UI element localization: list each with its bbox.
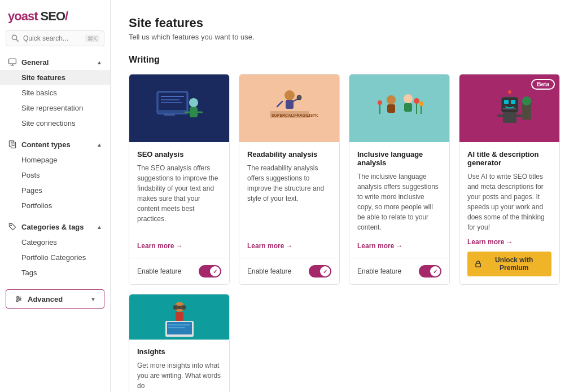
card-seo-image <box>129 74 229 142</box>
nav-item-site-representation[interactable]: Site representation <box>0 100 110 116</box>
nav-item-homepage[interactable]: Homepage <box>0 152 110 168</box>
svg-rect-57 <box>173 306 186 309</box>
chevron-down-advanced-icon: ▼ <box>90 296 96 302</box>
svg-point-48 <box>508 90 511 94</box>
sidebar: yoast SEO/ ⌘K General ▲ Site features Si… <box>0 0 111 392</box>
card-ai-desc: Use AI to write SEO titles and meta desc… <box>467 171 551 232</box>
svg-rect-61 <box>167 322 192 334</box>
card-inclusive-image <box>349 74 449 142</box>
logo-area: yoast SEO/ <box>0 0 110 30</box>
ai-illustration <box>481 83 538 134</box>
svg-rect-54 <box>476 263 481 267</box>
nav-content-types-header[interactable]: Content types ▲ <box>0 135 110 152</box>
nav-item-pages[interactable]: Pages <box>0 183 110 198</box>
nav-general-header-left: General <box>8 58 49 67</box>
card-insights: Insights Get more insights into what you… <box>129 294 230 392</box>
document-icon <box>8 140 17 149</box>
nav-advanced-title: Advanced <box>28 295 63 303</box>
card-readability-image: SUPERCALIFRAGILISTIC <box>239 74 339 142</box>
card-readability-learn-more[interactable]: Learn more → <box>247 242 331 250</box>
writing-cards-grid: SEO analysis The SEO analysis offers sug… <box>129 74 560 285</box>
card-insights-image <box>129 294 229 340</box>
search-box[interactable]: ⌘K <box>6 30 104 46</box>
nav-general-header[interactable]: General ▲ <box>0 53 110 70</box>
card-inclusive-learn-more[interactable]: Learn more → <box>357 242 441 250</box>
nav-item-posts[interactable]: Posts <box>0 168 110 183</box>
nav-advanced-section[interactable]: Advanced ▼ <box>6 289 104 309</box>
second-row-cards: Insights Get more insights into what you… <box>129 294 560 392</box>
svg-rect-44 <box>504 100 509 104</box>
search-icon <box>11 34 20 43</box>
nav-categories-header[interactable]: Categories & tags ▲ <box>0 218 110 235</box>
search-input[interactable] <box>23 34 82 42</box>
nav-item-portfolio-categories[interactable]: Portfolio Categories <box>0 250 110 265</box>
monitor-icon <box>8 58 17 67</box>
svg-point-35 <box>404 94 413 103</box>
yoast-text: yoast <box>8 9 37 23</box>
nav-item-tags[interactable]: Tags <box>0 265 110 280</box>
check-icon-2: ✓ <box>323 268 327 275</box>
nav-general-items: Site features Site basics Site represent… <box>0 70 110 133</box>
nav-item-site-features[interactable]: Site features <box>0 70 110 85</box>
nav-item-portfolios[interactable]: Portfolios <box>0 198 110 213</box>
card-readability-toggle[interactable]: ✓ <box>309 265 331 278</box>
svg-point-28 <box>284 90 295 100</box>
card-insights-desc: Get more insights into what you are writ… <box>137 360 221 391</box>
card-ai-image: Beta <box>459 74 559 142</box>
nav-categories-items: Categories Portfolio Categories Tags <box>0 235 110 283</box>
page-title: Site features <box>129 16 560 30</box>
check-icon-3: ✓ <box>433 268 437 275</box>
svg-rect-34 <box>387 104 395 113</box>
svg-rect-29 <box>286 100 294 109</box>
seo-text: SEO <box>37 9 65 23</box>
unlock-premium-button[interactable]: Unlock with Premium <box>467 252 551 276</box>
card-readability-enable-label: Enable feature <box>247 267 291 275</box>
svg-rect-43 <box>501 97 518 113</box>
svg-rect-21 <box>164 114 175 116</box>
nav-section-content-types: Content types ▲ Homepage Posts Pages Por… <box>0 135 110 215</box>
card-seo-toggle[interactable]: ✓ <box>199 265 221 278</box>
chevron-up-icon: ▲ <box>97 59 102 65</box>
svg-point-40 <box>419 102 423 106</box>
seo-illustration <box>151 83 208 134</box>
card-readability-desc: The readability analysis offers suggesti… <box>247 163 331 236</box>
card-ai-learn-more[interactable]: Learn more → <box>467 238 551 246</box>
svg-point-38 <box>414 98 419 104</box>
svg-line-32 <box>277 102 282 107</box>
chevron-up-categories-icon: ▲ <box>97 224 102 230</box>
card-inclusive-enable-label: Enable feature <box>357 267 401 275</box>
card-inclusive: Inclusive language analysis The inclusiv… <box>349 74 450 285</box>
svg-point-13 <box>17 296 19 298</box>
nav-content-types-title: Content types <box>21 140 71 149</box>
svg-point-15 <box>16 300 18 302</box>
beta-badge: Beta <box>531 79 555 90</box>
svg-text:SUPERCALIFRAGILISTIC: SUPERCALIFRAGILISTIC <box>272 113 318 117</box>
nav-item-categories[interactable]: Categories <box>0 235 110 250</box>
yoast-logo: yoast SEO/ <box>8 9 68 24</box>
svg-rect-36 <box>404 103 412 112</box>
card-ai-body: AI title & description generator Use AI … <box>459 142 559 284</box>
main-inner: Site features Tell us which features you… <box>111 0 578 392</box>
svg-point-31 <box>297 95 301 100</box>
card-ai-title: AI title & description generator <box>467 150 551 167</box>
svg-point-9 <box>11 225 12 226</box>
nav-content-type-items: Homepage Posts Pages Portfolios <box>0 152 110 215</box>
svg-line-1 <box>16 39 19 42</box>
toggle-knob-3: ✓ <box>430 266 440 276</box>
svg-point-22 <box>189 98 198 107</box>
card-seo-learn-more[interactable]: Learn more → <box>137 242 221 250</box>
nav-item-site-connections[interactable]: Site connections <box>0 116 110 131</box>
svg-rect-56 <box>176 312 183 321</box>
card-insights-title: Insights <box>137 347 221 356</box>
card-inclusive-desc: The inclusive language analysis offers s… <box>357 171 441 236</box>
card-inclusive-toggle[interactable]: ✓ <box>419 265 441 278</box>
writing-section-heading: Writing <box>129 55 560 65</box>
svg-point-42 <box>378 100 382 105</box>
inclusive-illustration <box>371 83 428 134</box>
insights-illustration <box>151 296 208 338</box>
card-inclusive-footer: Enable feature ✓ <box>349 258 449 284</box>
nav-advanced-left: Advanced <box>14 294 63 303</box>
nav-item-site-basics[interactable]: Site basics <box>0 85 110 100</box>
svg-rect-23 <box>190 107 198 117</box>
card-inclusive-title: Inclusive language analysis <box>357 150 441 167</box>
